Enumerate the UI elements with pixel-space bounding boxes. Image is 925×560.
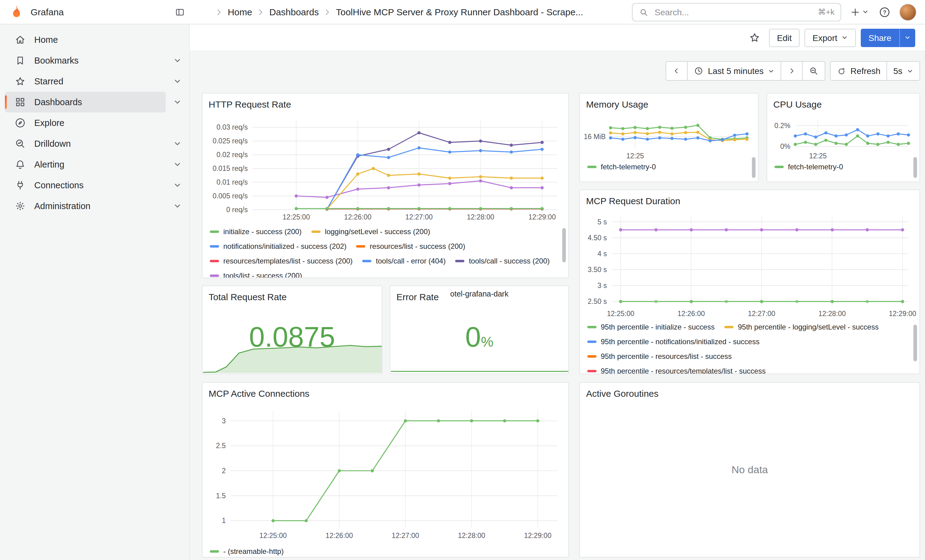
favorite-star-button[interactable]	[745, 29, 764, 47]
search-icon	[639, 7, 648, 17]
breadcrumb-item[interactable]: Home	[212, 7, 252, 17]
chevron-down-icon	[173, 181, 182, 189]
svg-text:12:25:00: 12:25:00	[283, 213, 310, 221]
sidebar-toggle-icon[interactable]	[171, 3, 188, 21]
sidebar-item-button[interactable]: Alerting	[5, 154, 166, 175]
legend-item-logging-setlevel-success-200[interactable]: logging/setLevel - success (200)	[311, 227, 430, 237]
http-request-rate-chart[interactable]: 0 req/s0.005 req/s0.01 req/s0.015 req/s0…	[206, 113, 566, 223]
apps-icon	[15, 97, 26, 108]
sidebar-expand-button[interactable]	[166, 175, 189, 196]
legend-item-fetch-telemetry-0[interactable]: fetch-telemetry-0	[774, 162, 843, 172]
cpu-usage-chart[interactable]: 0.2%0%12:25	[770, 114, 918, 158]
legend-item-tools-call-error-404[interactable]: tools/call - error (404)	[363, 256, 446, 266]
sidebar-item-home: Home	[0, 29, 189, 50]
svg-text:12:29:00: 12:29:00	[528, 213, 556, 221]
time-forward-button[interactable]	[780, 61, 803, 81]
clock-icon	[694, 66, 704, 76]
sidebar-expand-button[interactable]	[166, 133, 189, 154]
series-marker	[774, 166, 784, 168]
legend-item-95th-percentile-initialize-success[interactable]: 95th percentile - initialize - success	[587, 322, 714, 332]
sidebar-item-button[interactable]: Administration	[5, 196, 166, 216]
mcp-active-connections-chart[interactable]: 11.522.5312:25:0012:26:0012:27:0012:28:0…	[206, 402, 566, 544]
time-range-picker[interactable]: Last 5 minutes	[687, 61, 781, 81]
refresh-interval-dropdown[interactable]: 5s	[886, 61, 920, 81]
sidebar-expand-button[interactable]	[166, 71, 189, 92]
zoom-out-button[interactable]	[802, 61, 825, 81]
svg-text:2.50 s: 2.50 s	[588, 297, 607, 305]
share-menu-button[interactable]	[899, 29, 915, 47]
panel-http-request-rate: HTTP Request Rate 0 req/s0.005 req/s0.01…	[202, 93, 569, 278]
sidebar-item-button[interactable]: Starred	[5, 71, 166, 92]
panel-title[interactable]: CPU Usage	[767, 93, 919, 110]
breadcrumb-item[interactable]: Dashboards	[253, 7, 319, 17]
share-button[interactable]: Share	[860, 29, 899, 47]
sidebar-item-button[interactable]: Explore	[5, 113, 166, 133]
no-data-message: No data	[580, 383, 919, 557]
legend-item-tools-list-success-200[interactable]: tools/list - success (200)	[210, 271, 302, 278]
legend-item-notifications-initialized-success-202[interactable]: notifications/initialized - success (202…	[210, 242, 346, 251]
grafana-app: Grafana Home Dashboards ToolHive MCP Ser…	[0, 0, 925, 560]
legend-scrollbar[interactable]	[913, 157, 917, 178]
legend-item-resources-list-success-200[interactable]: resources/list - success (200)	[356, 242, 465, 251]
edit-button[interactable]: Edit	[769, 29, 800, 47]
mcp-request-duration-chart[interactable]: 5 s4.50 s4 s3.50 s3 s2.50 s12:25:0012:26…	[582, 211, 918, 320]
sidebar-item-button[interactable]: Dashboards	[5, 92, 166, 113]
legend-item-tools-call-success-200[interactable]: tools/call - success (200)	[455, 256, 550, 266]
legend-item-95th-percentile-resources-list-success[interactable]: 95th percentile - resources/list - succe…	[587, 351, 732, 361]
chevron-down-icon	[173, 160, 182, 169]
legend-item-fetch-telemetry-0[interactable]: fetch-telemetry-0	[587, 162, 656, 172]
user-avatar[interactable]	[899, 3, 916, 21]
legend-item-95th-percentile-notifications-initialized-success[interactable]: 95th percentile - notifications/initiali…	[587, 337, 759, 347]
memory-usage-chart[interactable]: 16 MiB12:25	[582, 114, 757, 158]
plus-icon	[850, 6, 861, 17]
panel-title[interactable]: Memory Usage	[580, 93, 758, 110]
sidebar-item-button[interactable]: Connections	[5, 175, 166, 196]
grafana-logo[interactable]	[9, 4, 24, 20]
svg-text:12:25: 12:25	[809, 152, 827, 158]
chevron-left-icon	[672, 67, 681, 75]
panel-title[interactable]: Total Request Rate	[202, 286, 382, 302]
stat-value: 0%	[390, 323, 568, 351]
export-button[interactable]: Export	[804, 29, 856, 47]
dashboard-canvas: Last 5 minutes Refresh 5s	[190, 51, 925, 560]
legend-scrollbar[interactable]	[913, 324, 917, 361]
refresh-group: Refresh 5s	[830, 61, 920, 81]
breadcrumb-item[interactable]: ToolHive MCP Server & Proxy Runner Dashb…	[320, 7, 583, 17]
sidebar-item-alerting: Alerting	[0, 154, 189, 175]
search-box[interactable]: ⌘+k	[632, 3, 841, 21]
sidebar-item-button[interactable]: Home	[5, 29, 166, 50]
sidebar-item-button[interactable]: Bookmarks	[5, 50, 166, 71]
panel-title[interactable]: MCP Active Connections	[202, 383, 568, 399]
series-marker	[363, 260, 372, 262]
legend-item-95th-percentile-resources-templates-list-success[interactable]: 95th percentile - resources/templates/li…	[587, 366, 765, 374]
chevron-down-icon	[173, 202, 182, 210]
add-button[interactable]	[848, 5, 870, 19]
chevron-down-icon	[907, 68, 913, 74]
panel-title[interactable]: MCP Request Duration	[580, 190, 919, 206]
search-input[interactable]	[653, 6, 813, 17]
svg-text:12:26:00: 12:26:00	[344, 213, 372, 221]
sidebar-expand-button[interactable]	[166, 50, 189, 71]
chevron-down-icon	[173, 56, 182, 65]
series-marker	[210, 550, 219, 552]
time-back-button[interactable]	[666, 61, 688, 81]
series-marker	[587, 355, 597, 357]
legend-item-streamable-http[interactable]: - (streamable-http)	[210, 546, 283, 556]
sidebar-expand-button[interactable]	[166, 154, 189, 175]
sidebar-item-dashboards: Dashboards	[0, 92, 189, 113]
refresh-button[interactable]: Refresh	[830, 61, 887, 81]
legend-item-95th-percentile-logging-setlevel-success[interactable]: 95th percentile - logging/setLevel - suc…	[724, 322, 878, 332]
panel-title[interactable]: HTTP Request Rate	[202, 93, 568, 110]
time-controls: Last 5 minutes Refresh 5s	[666, 61, 920, 81]
sidebar-item-button[interactable]: Drilldown	[5, 133, 166, 154]
sidebar-expand-button[interactable]	[166, 92, 189, 113]
legend-scrollbar[interactable]	[752, 157, 756, 178]
legend-item-initialize-success-200[interactable]: initialize - success (200)	[210, 227, 301, 237]
legend-scrollbar[interactable]	[562, 228, 566, 262]
star-icon	[749, 32, 761, 44]
help-button[interactable]: ?	[877, 5, 892, 19]
sidebar-expand-button[interactable]	[166, 196, 189, 216]
series-marker	[210, 245, 219, 248]
legend-item-resources-templates-list-success-200[interactable]: resources/templates/list - success (200)	[210, 256, 353, 266]
chevron-down-icon	[862, 9, 869, 15]
